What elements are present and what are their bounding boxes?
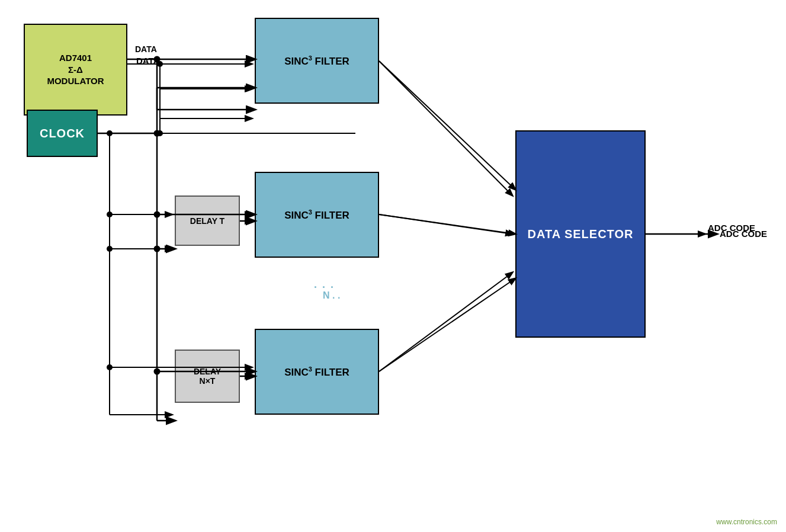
sinc1-label: SINC3 FILTER (284, 55, 349, 68)
svg-text:DATA: DATA (135, 44, 157, 54)
svg-line-22 (379, 61, 512, 196)
selector-label: DATA SELECTOR (528, 227, 634, 241)
svg-text:DATA: DATA (136, 56, 160, 66)
clock-block: CLOCK (27, 110, 98, 157)
sinc-filter-2-block: SINC3 FILTER (255, 172, 379, 258)
svg-point-11 (157, 130, 163, 136)
svg-line-24 (379, 273, 512, 371)
modulator-label-line2: Σ-Δ (68, 65, 83, 75)
svg-point-43 (154, 368, 161, 375)
sinc3-label: SINC3 FILTER (284, 366, 349, 379)
modulator-label-line1: AD7401 (59, 53, 92, 63)
svg-text:ADC CODE: ADC CODE (708, 223, 755, 233)
svg-line-49 (379, 278, 515, 371)
sinc-filter-3-block: SINC3 FILTER (255, 329, 379, 415)
svg-text:ADC CODE: ADC CODE (720, 229, 767, 239)
sinc-filter-1-block: SINC3 FILTER (255, 18, 379, 104)
svg-point-13 (107, 211, 113, 217)
sinc2-label: SINC3 FILTER (284, 209, 349, 222)
modulator-block: AD7401 Σ-Δ MODULATOR (24, 24, 127, 116)
n-label: N . . (323, 290, 340, 301)
svg-point-2 (157, 61, 163, 67)
delay-nt-block: DELAYN×T (175, 350, 240, 403)
svg-line-47 (379, 61, 515, 190)
diagram-container: AD7401 Σ-Δ MODULATOR CLOCK SINC3 FILTER … (0, 0, 786, 532)
svg-point-30 (154, 56, 161, 63)
svg-point-38 (154, 211, 161, 218)
ellipsis-dots: . . . (314, 278, 335, 291)
svg-point-7 (107, 246, 113, 252)
svg-point-40 (154, 246, 161, 252)
delay-t-block: DELAY T (175, 196, 240, 246)
svg-point-6 (107, 130, 113, 136)
delay-nt-label: DELAYN×T (194, 367, 221, 386)
data-selector-block: DATA SELECTOR (515, 130, 646, 338)
modulator-label-line3: MODULATOR (47, 76, 104, 86)
watermark: www.cntronics.com (716, 518, 777, 526)
svg-point-34 (154, 130, 161, 137)
clock-label: CLOCK (40, 127, 85, 140)
delay-t-label: DELAY T (190, 216, 224, 226)
svg-line-48 (379, 214, 515, 234)
svg-point-19 (107, 364, 113, 370)
svg-line-23 (379, 214, 512, 234)
